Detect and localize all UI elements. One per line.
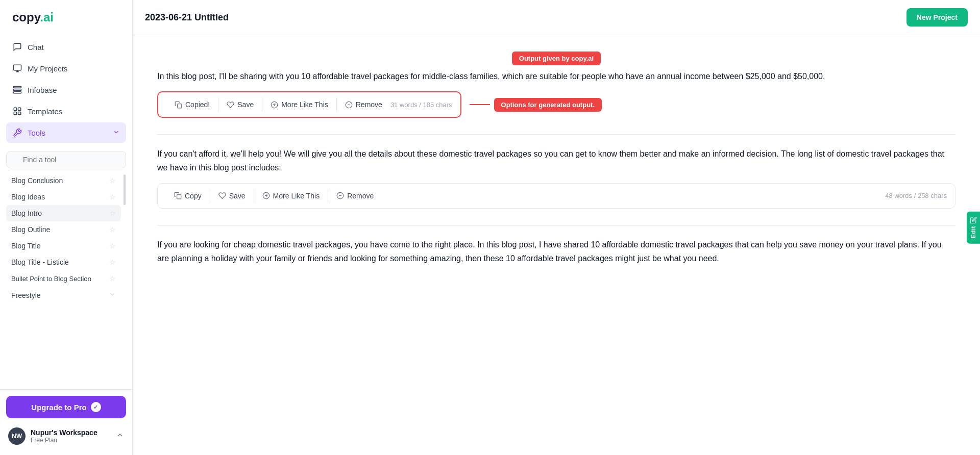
tool-search-container	[0, 147, 132, 172]
star-icon[interactable]	[109, 291, 116, 299]
chat-label: Chat	[28, 43, 44, 52]
star-icon[interactable]: ☆	[109, 193, 116, 201]
avatar-initials: NW	[12, 433, 22, 440]
svg-rect-5	[14, 92, 21, 93]
output-text-2: If you can't afford it, we'll help you! …	[157, 147, 955, 174]
remove-icon-2	[336, 192, 344, 199]
find-tool-input[interactable]	[6, 151, 126, 168]
sidebar-item-templates[interactable]: Templates	[6, 101, 126, 121]
copied-button[interactable]: Copied!	[166, 97, 218, 112]
save-button-2[interactable]: Save	[210, 189, 254, 203]
new-project-button[interactable]: New Project	[906, 8, 968, 27]
save-label-2: Save	[229, 192, 246, 200]
copy-icon	[175, 101, 182, 109]
tool-item-blog-title-listicle[interactable]: Blog Title - Listicle ☆	[6, 254, 121, 270]
svg-rect-7	[18, 108, 21, 110]
upgrade-to-pro-button[interactable]: Upgrade to Pro ✓	[6, 396, 126, 418]
copy-button-2[interactable]: Copy	[166, 189, 210, 203]
remove-button-2[interactable]: Remove	[328, 189, 382, 203]
logo-text: copy.ai	[12, 10, 54, 24]
star-icon[interactable]: ☆	[109, 274, 116, 283]
svg-rect-9	[18, 112, 21, 115]
more-like-this-label-2: More Like This	[273, 192, 320, 200]
star-icon[interactable]: ☆	[109, 242, 116, 250]
tool-label: Blog Title	[11, 242, 41, 250]
scrollbar-thumb[interactable]	[124, 174, 126, 205]
sidebar-footer: Upgrade to Pro ✓ NW Nupur's Workspace Fr…	[0, 389, 132, 455]
upgrade-label: Upgrade to Pro	[31, 403, 86, 412]
workspace-item[interactable]: NW Nupur's Workspace Free Plan	[6, 423, 126, 449]
save-button-1[interactable]: Save	[218, 97, 262, 112]
star-icon[interactable]: ☆	[109, 209, 116, 217]
options-annotation-wrapper: Options for generated output.	[470, 98, 602, 112]
options-annotation-label: Options for generated output.	[494, 98, 602, 112]
svg-rect-12	[178, 104, 182, 108]
save-icon-2	[218, 192, 226, 199]
tool-label: Blog Outline	[11, 225, 50, 234]
tool-list-container: Blog Conclusion ☆ Blog Ideas ☆ Blog Intr…	[0, 172, 132, 389]
sidebar-item-infobase[interactable]: Infobase	[6, 80, 126, 100]
tool-item-blog-ideas[interactable]: Blog Ideas ☆	[6, 189, 121, 205]
output-text-1: In this blog post, I'll be sharing with …	[157, 69, 955, 83]
edit-tab[interactable]: Edit	[967, 212, 980, 244]
svg-rect-4	[14, 89, 21, 91]
checkmark-icon: ✓	[91, 402, 101, 412]
svg-rect-8	[14, 112, 16, 115]
more-like-this-icon	[271, 101, 278, 109]
content-area: Output given by copy.ai In this blog pos…	[133, 35, 980, 455]
tools-label: Tools	[28, 129, 45, 137]
tool-label: Blog Intro	[11, 209, 42, 217]
tool-item-blog-outline[interactable]: Blog Outline ☆	[6, 221, 121, 238]
star-icon[interactable]: ☆	[109, 225, 116, 234]
sidebar-item-my-projects[interactable]: My Projects	[6, 58, 126, 79]
tool-item-bullet-point[interactable]: Bullet Point to Blog Section ☆	[6, 270, 121, 287]
star-icon[interactable]: ☆	[109, 176, 116, 185]
sidebar-item-chat[interactable]: Chat	[6, 37, 126, 57]
main-content: 2023-06-21 Untitled New Project Output g…	[133, 0, 980, 455]
action-bar-row-1: Copied! Save More Like This	[157, 91, 955, 118]
sidebar-nav: Chat My Projects Infobase	[0, 33, 132, 147]
chat-icon	[12, 42, 22, 52]
remove-button-1[interactable]: Remove	[337, 97, 390, 112]
more-like-this-icon-2	[262, 192, 270, 199]
main-header: 2023-06-21 Untitled New Project	[133, 0, 980, 35]
logo-dot: .ai	[40, 10, 54, 24]
remove-label-1: Remove	[356, 100, 382, 109]
tool-label: Blog Conclusion	[11, 176, 63, 185]
infobase-icon	[12, 85, 22, 95]
tool-list: Blog Conclusion ☆ Blog Ideas ☆ Blog Intr…	[6, 172, 121, 389]
tool-item-blog-title[interactable]: Blog Title ☆	[6, 238, 121, 254]
tool-label: Freestyle	[11, 291, 41, 299]
pencil-icon	[970, 217, 977, 224]
sidebar-item-tools[interactable]: Tools	[6, 122, 126, 143]
separator-1	[157, 134, 955, 135]
projects-label: My Projects	[28, 64, 67, 73]
output-annotation-wrapper: Output given by copy.ai	[157, 52, 955, 65]
tool-item-freestyle[interactable]: Freestyle	[6, 287, 121, 304]
infobase-label: Infobase	[28, 86, 57, 94]
star-icon[interactable]: ☆	[109, 258, 116, 266]
more-like-this-button-2[interactable]: More Like This	[254, 189, 329, 203]
tool-item-blog-intro[interactable]: Blog Intro ☆	[6, 205, 121, 221]
save-icon	[227, 101, 234, 109]
templates-label: Templates	[28, 107, 62, 116]
svg-rect-6	[14, 108, 16, 110]
app-logo: copy.ai	[0, 0, 132, 33]
templates-icon	[12, 106, 22, 116]
tool-label: Blog Title - Listicle	[11, 258, 69, 266]
scrollbar-track[interactable]	[123, 172, 126, 389]
workspace-info: Nupur's Workspace Free Plan	[31, 428, 97, 444]
copied-label: Copied!	[185, 100, 210, 109]
output-text-3: If you are looking for cheap domestic tr…	[157, 238, 955, 265]
tool-label: Blog Ideas	[11, 193, 45, 201]
more-like-this-button-1[interactable]: More Like This	[262, 97, 337, 112]
remove-icon	[345, 101, 353, 109]
tools-chevron-icon	[113, 129, 120, 137]
svg-rect-20	[177, 195, 181, 199]
tool-item-blog-conclusion[interactable]: Blog Conclusion ☆	[6, 172, 121, 189]
word-count-1: 31 words / 185 chars	[390, 101, 452, 109]
output-block-2: If you can't afford it, we'll help you! …	[157, 147, 955, 208]
project-title: 2023-06-21 Untitled	[145, 12, 229, 23]
svg-rect-0	[14, 65, 21, 70]
edit-tab-label: Edit	[970, 226, 977, 239]
